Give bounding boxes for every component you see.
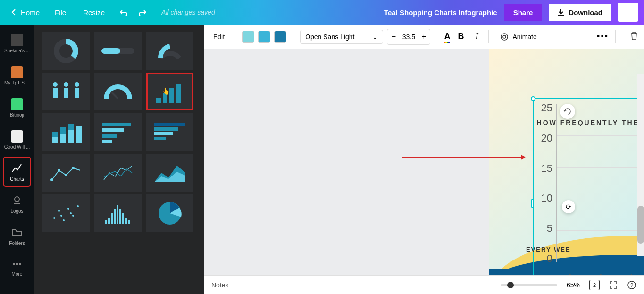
area-icon: [153, 161, 186, 185]
chart-template-people[interactable]: [42, 73, 90, 110]
canvas-area[interactable]: HOW FREQUENTLY THEY GO SHOPPING EVERY WE…: [204, 49, 644, 275]
chart-template-line[interactable]: [42, 154, 90, 192]
delete-button[interactable]: [630, 31, 638, 42]
svg-rect-44: [119, 209, 121, 224]
chart-template-hbar[interactable]: [94, 113, 142, 151]
font-name: Open Sans Light: [305, 33, 354, 41]
rail-item-charts[interactable]: Charts: [3, 157, 31, 187]
chart-template-histogram[interactable]: [94, 194, 142, 232]
scatter-icon: [50, 202, 83, 225]
progress-icon: [101, 46, 134, 56]
animate-icon: [500, 33, 509, 41]
undo-float-button[interactable]: [560, 104, 575, 119]
color-swatch-3[interactable]: [274, 31, 286, 43]
page-indicator[interactable]: 2: [589, 280, 600, 290]
download-button[interactable]: Download: [549, 4, 611, 21]
undo-button[interactable]: [118, 7, 128, 17]
scroll-thumb[interactable]: [637, 206, 644, 244]
y-tick: 5: [547, 222, 552, 235]
svg-point-38: [70, 212, 72, 214]
share-button[interactable]: Share: [504, 4, 543, 21]
text-color-button[interactable]: A: [444, 32, 450, 42]
chart-template-scatter[interactable]: [42, 194, 90, 232]
chart-template-multiline[interactable]: [94, 154, 142, 192]
chart-template-pie[interactable]: [146, 194, 193, 232]
svg-rect-40: [108, 218, 110, 224]
svg-rect-26: [154, 137, 166, 140]
resize-handle[interactable]: [531, 96, 535, 101]
font-select[interactable]: Open Sans Light ⌄: [300, 30, 383, 44]
rail-item-logos[interactable]: Logos: [3, 189, 31, 219]
y-tick: 20: [541, 132, 552, 144]
header-right: Teal Shopping Charts Infographic Share D…: [384, 3, 638, 22]
edit-button[interactable]: Edit: [209, 30, 228, 43]
hbar2-icon: [153, 120, 186, 144]
svg-rect-21: [102, 134, 117, 138]
stacked-bar-icon: [50, 120, 83, 144]
zoom-label[interactable]: 65%: [567, 281, 580, 289]
svg-point-49: [501, 34, 508, 40]
rail-label: Folders: [9, 241, 25, 246]
notes-button[interactable]: Notes: [211, 281, 229, 289]
svg-rect-43: [117, 205, 118, 224]
help-icon[interactable]: ?: [627, 280, 636, 290]
svg-rect-23: [154, 123, 185, 126]
donut-icon: [52, 37, 80, 65]
chart-template-area[interactable]: [146, 154, 193, 192]
chart-template-stacked-bar[interactable]: [42, 113, 90, 151]
svg-point-36: [77, 205, 79, 207]
animate-button[interactable]: Animate: [495, 30, 541, 44]
svg-point-28: [58, 169, 60, 172]
zoom-slider[interactable]: [501, 284, 557, 286]
svg-rect-41: [111, 213, 113, 224]
svg-point-37: [60, 215, 62, 217]
chart-template-arc[interactable]: [146, 32, 193, 70]
zoom-thumb[interactable]: [507, 282, 514, 288]
rail-item-tpt[interactable]: My TpT St...: [3, 60, 31, 91]
rail-item-bitmoji[interactable]: Bitmoji: [3, 92, 31, 123]
download-label: Download: [569, 8, 602, 17]
rail-item-goodwill[interactable]: Good Will ...: [3, 125, 31, 155]
redo-icon: [138, 8, 148, 16]
rail-label: My TpT St...: [4, 80, 30, 85]
rail-item-folders[interactable]: Folders: [3, 221, 31, 251]
line-icon: [50, 161, 83, 185]
color-swatch-2[interactable]: [258, 31, 270, 43]
svg-rect-15: [60, 127, 66, 134]
resize-menu[interactable]: Resize: [76, 6, 111, 19]
svg-point-35: [72, 215, 74, 217]
font-size-input[interactable]: [400, 33, 418, 41]
italic-button[interactable]: I: [471, 30, 482, 43]
file-menu[interactable]: File: [48, 6, 73, 19]
color-swatch-1[interactable]: [242, 31, 254, 43]
rail-item-more[interactable]: ••• More: [3, 253, 31, 283]
size-decrease[interactable]: −: [387, 29, 400, 44]
separator: [293, 30, 293, 43]
size-increase[interactable]: +: [418, 29, 430, 44]
scrollbar[interactable]: [637, 74, 644, 256]
rail-label: Charts: [10, 176, 24, 182]
chart-template-donut[interactable]: [42, 32, 90, 70]
svg-line-7: [111, 92, 118, 99]
selection-box[interactable]: HOW FREQUENTLY THEY GO SHOPPING EVERY WE…: [533, 98, 644, 275]
fullscreen-icon[interactable]: [609, 281, 618, 289]
body: Shekina's ... My TpT St... Bitmoji Good …: [0, 25, 644, 294]
save-status: All changes saved: [161, 8, 215, 16]
chart-template-progress[interactable]: [94, 32, 142, 70]
resize-handle[interactable]: [531, 199, 534, 208]
chart-template-gauge[interactable]: [94, 73, 142, 110]
more-button[interactable]: •••: [618, 3, 638, 22]
svg-point-29: [65, 174, 67, 176]
chart-template-hbar2[interactable]: [146, 113, 193, 151]
redo-button[interactable]: [138, 7, 148, 17]
chart-template-bar[interactable]: 👆: [146, 73, 193, 110]
document-title[interactable]: Teal Shopping Charts Infographic: [384, 8, 497, 17]
y-tick: 25: [541, 102, 552, 114]
toolbar-more[interactable]: •••: [597, 32, 609, 42]
svg-rect-10: [169, 88, 174, 103]
sync-button[interactable]: ⟳: [562, 200, 575, 213]
svg-point-0: [15, 197, 19, 202]
rail-item-shekinas[interactable]: Shekina's ...: [3, 28, 31, 59]
bold-button[interactable]: B: [454, 30, 468, 43]
home-link[interactable]: Home: [6, 6, 44, 19]
